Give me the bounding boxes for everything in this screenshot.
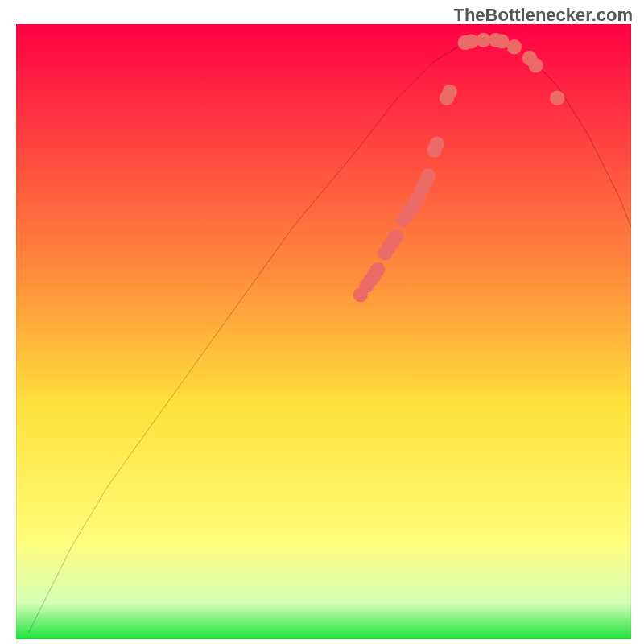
scatter-dot [507, 39, 522, 54]
scatter-dot [370, 262, 385, 277]
gradient-background [16, 24, 631, 639]
branding-label: TheBottlenecker.com [453, 5, 633, 26]
chart-plot [16, 24, 631, 639]
scatter-dot [528, 58, 543, 72]
scatter-dot [442, 85, 456, 99]
chart-container: TheBottlenecker.com [0, 0, 644, 644]
scatter-dot [421, 169, 436, 184]
scatter-dot [550, 91, 564, 105]
scatter-dot [429, 137, 444, 151]
scatter-dot [389, 229, 403, 243]
